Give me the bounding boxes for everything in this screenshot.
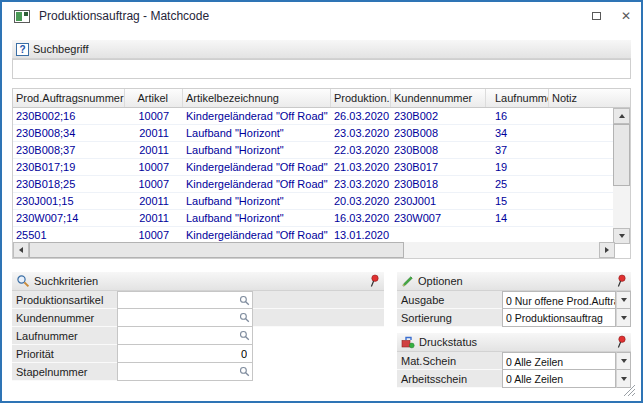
column-header[interactable]: Kundennummer [391, 89, 486, 107]
table-cell [549, 227, 613, 243]
search-input[interactable] [12, 59, 631, 79]
produktionsartikel-field [117, 291, 253, 309]
horizontal-scrollbar[interactable] [13, 242, 615, 258]
table-row[interactable]: 230B008;3720011Laufband "Horizont"22.03.… [13, 142, 613, 159]
table-row[interactable]: 230B002;1610007Kindergeländerad "Off Roa… [13, 108, 613, 125]
table-cell: 230B008 [391, 142, 486, 158]
table-cell: 23.03.2020 [331, 176, 391, 192]
scroll-up-button[interactable] [613, 108, 630, 124]
table-cell: 20011 [125, 125, 183, 141]
table-cell: 16.03.2020 [331, 210, 391, 226]
stapelnummer-input[interactable] [118, 363, 252, 380]
sortierung-dropdown-button[interactable] [616, 308, 631, 327]
form-row-laufnummer: Laufnummer [12, 327, 384, 345]
chevron-down-icon [621, 359, 627, 363]
chevron-down-icon [621, 377, 627, 381]
vertical-scrollbar[interactable] [613, 108, 630, 244]
table-cell: 22.03.2020 [331, 142, 391, 158]
form-row-ausgabe: Ausgabe 0 Nur offene Prod.Aufträge [397, 291, 631, 309]
table-row[interactable]: 230W007;1420011Laufband "Horizont"16.03.… [13, 210, 613, 227]
druckstatus-header: Druckstatus [397, 333, 631, 352]
help-icon: ? [16, 43, 29, 56]
table-cell [549, 142, 613, 158]
row-blank [253, 345, 384, 363]
form-row-kundennummer: Kundennummer [12, 309, 384, 327]
matschein-dropdown-button[interactable] [616, 352, 631, 370]
table-cell: 230J001;15 [13, 193, 125, 209]
table-row[interactable]: 230B018;2510007Kindergeländerad "Off Roa… [13, 176, 613, 193]
title-bar: Produktionsauftrag - Matchcode ✕ [2, 2, 641, 30]
scroll-down-button[interactable] [613, 228, 630, 244]
field-label: Arbeitsschein [397, 370, 502, 388]
pin-icon[interactable] [368, 274, 380, 288]
laufnummer-field [117, 326, 253, 345]
table-cell: Laufband "Horizont" [183, 142, 331, 158]
table-cell: Kindergeländerad "Off Road" [183, 227, 331, 243]
optionen-header: Optionen [397, 272, 631, 291]
ausgabe-dropdown-button[interactable] [616, 291, 631, 309]
column-header[interactable]: Notiz [549, 89, 613, 107]
matschein-select[interactable]: 0 Alle Zeilen [502, 352, 616, 370]
field-label: Mat.Schein [397, 352, 502, 370]
window-title: Produktionsauftrag - Matchcode [39, 9, 209, 23]
horizontal-scroll-thumb[interactable] [29, 242, 404, 258]
table-cell [549, 210, 613, 226]
table-cell [549, 176, 613, 192]
table-cell: Laufband "Horizont" [183, 125, 331, 141]
table-cell: 37 [486, 142, 549, 158]
lookup-icon[interactable] [239, 366, 250, 377]
table-cell: 230B002;16 [13, 108, 125, 124]
column-header[interactable]: Artikel [125, 89, 183, 107]
produktionsartikel-input[interactable] [118, 292, 252, 308]
resize-grip[interactable] [622, 385, 635, 396]
ausgabe-select[interactable]: 0 Nur offene Prod.Aufträge [502, 291, 616, 309]
field-label: Laufnummer [12, 327, 117, 345]
scroll-right-button[interactable] [599, 242, 615, 258]
table-cell: Laufband "Horizont" [183, 210, 331, 226]
laufnummer-input[interactable] [118, 327, 252, 344]
search-icon [16, 274, 30, 288]
table-cell: 230B002 [391, 108, 486, 124]
column-header[interactable]: Laufnummer [486, 89, 549, 107]
lookup-icon[interactable] [239, 312, 250, 323]
suchbegriff-label: Suchbegriff [33, 43, 88, 55]
table-cell [391, 227, 486, 243]
column-header[interactable]: Produktion... [331, 89, 391, 107]
pin-icon[interactable] [615, 335, 627, 349]
field-label: Kundennummer [12, 309, 117, 327]
arbeitsschein-select[interactable]: 0 Alle Zeilen [502, 369, 616, 388]
left-arrow-icon [19, 247, 23, 253]
pin-icon[interactable] [615, 274, 627, 288]
table-cell [549, 108, 613, 124]
table-cell: 230B018 [391, 176, 486, 192]
scroll-track[interactable] [404, 242, 599, 258]
table-row[interactable]: 230B017;1910007Kindergeländerad "Off Roa… [13, 159, 613, 176]
down-arrow-icon [619, 234, 625, 238]
table-cell: 20011 [125, 142, 183, 158]
scroll-left-button[interactable] [13, 242, 29, 258]
prioritaet-input[interactable] [118, 345, 252, 362]
table-cell: 15 [486, 193, 549, 209]
table-row[interactable]: 230J001;1520011Laufband "Horizont"20.03.… [13, 193, 613, 210]
right-arrow-icon [605, 247, 609, 253]
sortierung-select[interactable]: 0 Produktionsauftrag [502, 308, 616, 327]
kundennummer-input[interactable] [118, 309, 252, 326]
table-cell: 19 [486, 159, 549, 175]
column-header[interactable]: Artikelbezeichnung [183, 89, 331, 107]
maximize-button[interactable] [581, 5, 611, 27]
close-button[interactable]: ✕ [611, 5, 641, 27]
table-cell: Kindergeländerad "Off Road" [183, 108, 331, 124]
table-cell: 34 [486, 125, 549, 141]
form-row-prioritaet: Priorität [12, 345, 384, 363]
up-arrow-icon [619, 114, 625, 118]
optionen-panel: Ausgabe 0 Nur offene Prod.Aufträge Sorti… [397, 291, 631, 327]
field-label: Produktionsartikel [12, 291, 117, 309]
vertical-scroll-thumb[interactable] [613, 124, 630, 186]
column-header[interactable]: Prod.Auftragsnummer [13, 89, 125, 107]
table-row[interactable]: 230B008;3420011Laufband "Horizont"23.03.… [13, 125, 613, 142]
suchkriterien-header: Suchkriterien [12, 272, 384, 291]
table-cell: 230B008 [391, 125, 486, 141]
lookup-icon[interactable] [239, 330, 250, 341]
table-cell: 10007 [125, 159, 183, 175]
lookup-icon[interactable] [239, 295, 250, 306]
